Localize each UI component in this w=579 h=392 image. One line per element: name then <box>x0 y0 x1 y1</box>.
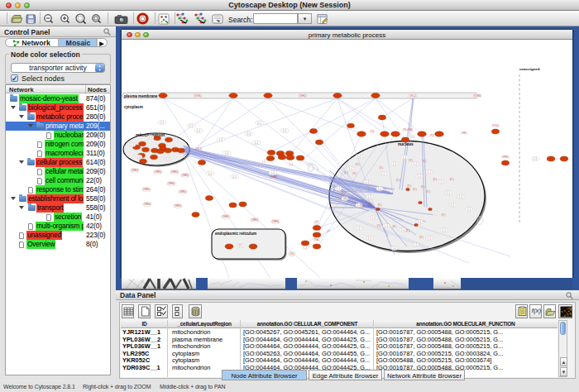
svg-text:(...): (...) <box>534 157 537 160</box>
svg-text:(YDR1): (YDR1) <box>194 94 202 98</box>
svg-text:(...): (...) <box>434 212 438 215</box>
svg-text:(...): (...) <box>401 228 404 232</box>
svg-text:(...): (...) <box>304 246 307 250</box>
svg-text:(...): (...) <box>137 155 141 159</box>
svg-text:(YDL1): (YDL1) <box>195 147 202 151</box>
svg-text:(...): (...) <box>233 175 237 179</box>
svg-text:(...): (...) <box>443 228 446 232</box>
svg-text:(...): (...) <box>258 122 261 125</box>
svg-text:(YD+YG2): (YD+YG2) <box>403 128 413 131</box>
svg-text:(Y..): (Y..) <box>239 244 243 247</box>
svg-text:plasma membrane: plasma membrane <box>124 94 158 98</box>
svg-text:(...): (...) <box>393 162 396 165</box>
svg-text:(YBR0): (YBR0) <box>171 170 179 174</box>
svg-text:(...): (...) <box>357 155 361 158</box>
svg-text:(...): (...) <box>418 174 421 178</box>
svg-text:(...): (...) <box>225 151 228 155</box>
svg-text:(Y..): (Y..) <box>409 159 413 162</box>
svg-text:(Y..): (Y..) <box>361 203 365 207</box>
svg-text:(Y..): (Y..) <box>380 166 384 170</box>
svg-text:(...): (...) <box>428 170 431 174</box>
svg-text:(YBR0): (YBR0) <box>223 215 230 218</box>
svg-text:(Y..): (Y..) <box>393 225 397 228</box>
svg-text:(...): (...) <box>393 246 396 250</box>
svg-text:(Y..): (Y..) <box>353 172 357 175</box>
svg-text:(Y..): (Y..) <box>450 178 454 181</box>
svg-text:(...): (...) <box>197 129 200 132</box>
svg-text:(...): (...) <box>385 224 388 227</box>
svg-text:(Y..): (Y..) <box>342 191 346 194</box>
svg-text:(Y..): (Y..) <box>369 203 373 206</box>
svg-text:(YBR0): (YBR0) <box>155 170 162 174</box>
svg-text:(...): (...) <box>262 160 266 163</box>
svg-text:(YBR0): (YBR0) <box>175 204 182 208</box>
svg-text:(YBR0): (YBR0) <box>179 190 187 194</box>
svg-text:(...): (...) <box>366 180 369 184</box>
svg-text:(...): (...) <box>208 172 212 175</box>
svg-text:(...): (...) <box>438 180 442 184</box>
svg-text:(...): (...) <box>149 136 152 139</box>
svg-text:(...): (...) <box>337 187 340 190</box>
svg-text:(...): (...) <box>271 171 275 174</box>
svg-text:(Y..): (Y..) <box>419 236 423 239</box>
svg-text:(Y..): (Y..) <box>413 188 417 191</box>
svg-text:(YBR0): (YBR0) <box>132 169 139 172</box>
svg-text:(...): (...) <box>189 124 193 127</box>
svg-text:(...): (...) <box>131 143 134 146</box>
svg-text:(YBR0): (YBR0) <box>182 174 189 177</box>
svg-text:(...): (...) <box>283 129 286 132</box>
svg-text:(...): (...) <box>459 195 462 198</box>
svg-text:(YPR1): (YPR1) <box>502 155 510 159</box>
svg-text:(YGR2): (YGR2) <box>270 175 278 179</box>
svg-text:(YBR0): (YBR0) <box>251 218 259 222</box>
svg-text:(Y..): (Y..) <box>442 213 446 217</box>
svg-text:(Y..): (Y..) <box>406 229 410 232</box>
svg-text:unassigned: unassigned <box>519 67 540 71</box>
svg-text:(Y..): (Y..) <box>356 163 360 166</box>
svg-text:(Y..): (Y..) <box>421 185 425 189</box>
svg-text:(...): (...) <box>166 158 170 161</box>
svg-text:(Yd.): (Yd.) <box>290 252 294 256</box>
svg-text:(YBR0): (YBR0) <box>168 182 175 185</box>
svg-text:(Y..): (Y..) <box>423 160 427 163</box>
svg-text:(...): (...) <box>378 187 381 190</box>
svg-text:(YBR2): (YBR2) <box>299 94 307 98</box>
svg-text:(...): (...) <box>247 132 251 136</box>
svg-text:(YBR0): (YBR0) <box>143 188 151 191</box>
svg-text:(Yd5): (Yd5) <box>314 238 319 241</box>
svg-text:cytoplasm: cytoplasm <box>124 105 143 109</box>
svg-text:(...): (...) <box>255 141 258 145</box>
svg-text:(...): (...) <box>372 216 376 219</box>
svg-text:(YBR0): (YBR0) <box>144 203 151 206</box>
svg-text:(...): (...) <box>160 121 164 124</box>
svg-text:(Y..): (Y..) <box>396 179 400 182</box>
svg-text:(..): (..) <box>327 229 329 232</box>
svg-text:(Y..): (Y..) <box>433 178 437 181</box>
svg-text:(YDR3): (YDR3) <box>474 94 481 98</box>
svg-text:(...): (...) <box>447 191 450 194</box>
svg-text:(Y..): (Y..) <box>378 203 382 207</box>
svg-text:(YKL2): (YKL2) <box>409 94 416 98</box>
svg-text:(...): (...) <box>381 172 385 175</box>
svg-text:(YOL0): (YOL0) <box>492 124 499 127</box>
svg-text:(..): (..) <box>411 135 414 138</box>
svg-text:endoplasmic reticulum: endoplasmic reticulum <box>215 232 256 236</box>
svg-text:(...): (...) <box>349 167 352 170</box>
svg-text:(YR5): (YR5) <box>462 131 467 135</box>
svg-text:(Y..): (Y..) <box>344 197 348 200</box>
svg-text:(...): (...) <box>414 243 417 246</box>
svg-text:(Y.): (Y.) <box>315 221 318 224</box>
svg-text:(Y..): (Y..) <box>344 171 348 174</box>
svg-text:(...): (...) <box>368 237 371 240</box>
svg-text:(...): (...) <box>451 203 454 207</box>
svg-text:(...): (...) <box>418 220 421 223</box>
svg-text:(Y..): (Y..) <box>427 190 431 194</box>
svg-text:(...): (...) <box>428 237 431 240</box>
svg-text:(Y2): (Y2) <box>430 134 434 137</box>
svg-text:(YBR0): (YBR0) <box>272 220 280 223</box>
svg-text:(...): (...) <box>414 162 417 165</box>
svg-text:(...): (...) <box>467 208 471 211</box>
svg-text:(...): (...) <box>356 227 360 230</box>
svg-text:(Y..): (Y..) <box>377 224 381 227</box>
svg-text:(...): (...) <box>368 195 371 198</box>
